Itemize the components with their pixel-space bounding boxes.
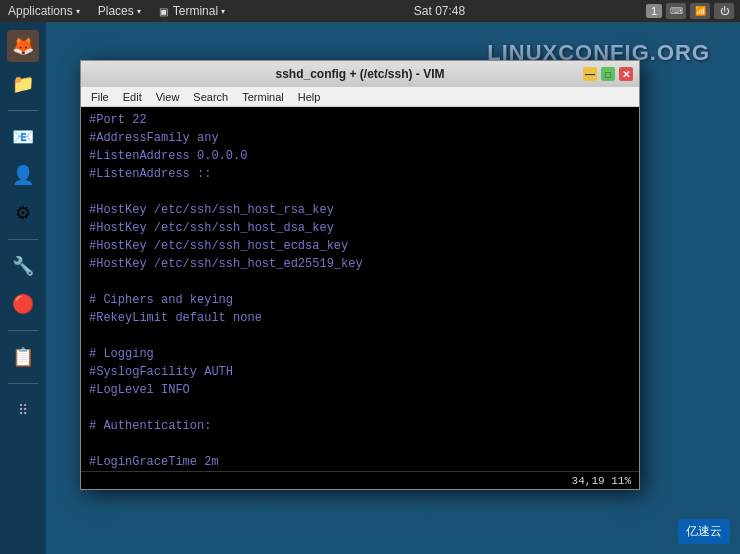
vim-line: #Port 22 — [89, 111, 631, 129]
terminal-icon: ▣ — [159, 6, 168, 17]
vim-menu-search[interactable]: Search — [187, 89, 234, 105]
vim-line: #AddressFamily any — [89, 129, 631, 147]
files-icon[interactable]: 📁 — [7, 68, 39, 100]
vim-line: #ListenAddress 0.0.0.0 — [89, 147, 631, 165]
applications-label: Applications — [8, 4, 73, 18]
tools-icon[interactable]: 🔧 — [7, 250, 39, 282]
vim-menu-edit[interactable]: Edit — [117, 89, 148, 105]
vim-line: #SyslogFacility AUTH — [89, 363, 631, 381]
vim-controls: — □ ✕ — [583, 67, 633, 81]
vim-line — [89, 327, 631, 345]
places-label: Places — [98, 4, 134, 18]
vim-window: sshd_config + (/etc/ssh) - VIM — □ ✕ Fil… — [80, 60, 640, 490]
network-icon: 📶 — [690, 3, 710, 19]
vim-line: #HostKey /etc/ssh/ssh_host_rsa_key — [89, 201, 631, 219]
taskbar: Applications ▾ Places ▾ ▣ Terminal ▾ Sat… — [0, 0, 740, 22]
close-button[interactable]: ✕ — [619, 67, 633, 81]
yisuyun-watermark: 亿速云 — [678, 519, 730, 544]
vim-status-text: 34,19 11% — [572, 475, 631, 487]
applications-menu[interactable]: Applications ▾ — [0, 2, 88, 20]
vim-line: #LogLevel INFO — [89, 381, 631, 399]
vim-menu-view[interactable]: View — [150, 89, 186, 105]
vim-statusbar: 34,19 11% — [81, 471, 639, 489]
terminal-label: Terminal — [173, 4, 218, 18]
vim-menu-terminal[interactable]: Terminal — [236, 89, 290, 105]
left-taskbar: 🦊 📁 📧 👤 ⚙ 🔧 🔴 📋 ⠿ — [0, 22, 46, 554]
keyboard-icon: ⌨ — [666, 3, 686, 19]
apps-grid-icon[interactable]: ⠿ — [7, 394, 39, 426]
icon-divider-3 — [8, 330, 38, 331]
vim-line: #HostKey /etc/ssh/ssh_host_ecdsa_key — [89, 237, 631, 255]
vim-menu-file[interactable]: File — [85, 89, 115, 105]
burpsuite-icon[interactable]: 🔴 — [7, 288, 39, 320]
email-icon[interactable]: 📧 — [7, 121, 39, 153]
places-menu[interactable]: Places ▾ — [90, 2, 149, 20]
firefox-icon[interactable]: 🦊 — [7, 30, 39, 62]
terminal-menu[interactable]: ▣ Terminal ▾ — [151, 2, 233, 20]
vim-line: #HostKey /etc/ssh/ssh_host_dsa_key — [89, 219, 631, 237]
icon-divider-1 — [8, 110, 38, 111]
vim-content[interactable]: #Port 22#AddressFamily any#ListenAddress… — [81, 107, 639, 471]
icon-divider-2 — [8, 239, 38, 240]
vim-line: #RekeyLimit default none — [89, 309, 631, 327]
vim-menu-help[interactable]: Help — [292, 89, 327, 105]
taskbar-clock: Sat 07:48 — [233, 4, 646, 18]
vim-line — [89, 273, 631, 291]
terminal-chevron-icon: ▾ — [221, 7, 225, 16]
vim-line: # Logging — [89, 345, 631, 363]
vim-line: #LoginGraceTime 2m — [89, 453, 631, 471]
vim-line — [89, 435, 631, 453]
yisuyun-text: 亿速云 — [686, 524, 722, 538]
vim-line: #HostKey /etc/ssh/ssh_host_ed25519_key — [89, 255, 631, 273]
icon-divider-4 — [8, 383, 38, 384]
settings-icon-1[interactable]: ⚙ — [7, 197, 39, 229]
notes-icon[interactable]: 📋 — [7, 341, 39, 373]
places-chevron-icon: ▾ — [137, 7, 141, 16]
vim-menubar: File Edit View Search Terminal Help — [81, 87, 639, 107]
vim-titlebar: sshd_config + (/etc/ssh) - VIM — □ ✕ — [81, 61, 639, 87]
taskbar-right: 1 ⌨ 📶 ⏻ — [646, 3, 740, 19]
vim-line — [89, 183, 631, 201]
minimize-button[interactable]: — — [583, 67, 597, 81]
taskbar-left: Applications ▾ Places ▾ ▣ Terminal ▾ — [0, 2, 233, 20]
applications-chevron-icon: ▾ — [76, 7, 80, 16]
user-icon[interactable]: 👤 — [7, 159, 39, 191]
vim-line: # Ciphers and keying — [89, 291, 631, 309]
vim-line: # Authentication: — [89, 417, 631, 435]
notification-badge: 1 — [646, 4, 662, 18]
power-icon: ⏻ — [714, 3, 734, 19]
maximize-button[interactable]: □ — [601, 67, 615, 81]
vim-line — [89, 399, 631, 417]
vim-title: sshd_config + (/etc/ssh) - VIM — [275, 67, 444, 81]
vim-line: #ListenAddress :: — [89, 165, 631, 183]
